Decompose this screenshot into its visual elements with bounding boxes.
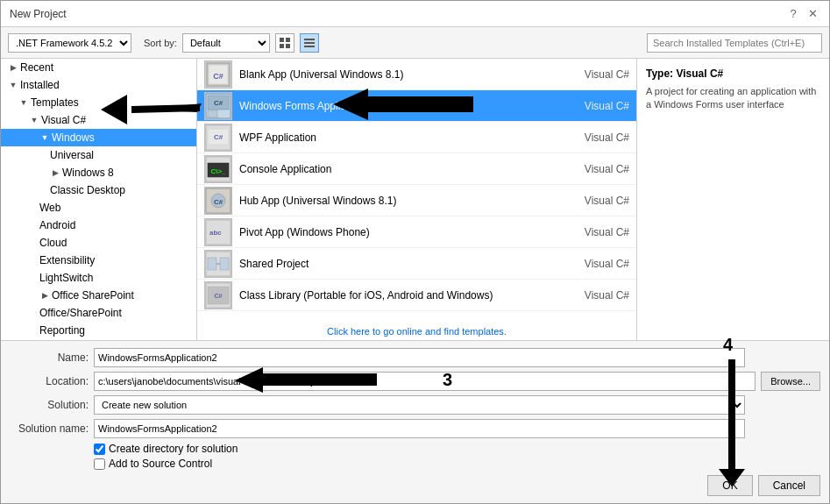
collapse-arrow-templates: ▼ — [18, 97, 29, 108]
class-lib-icon: C# — [204, 281, 232, 309]
sidebar-item-visual-csharp[interactable]: ▼ Visual C# — [1, 111, 196, 129]
svg-text:C#: C# — [214, 133, 223, 141]
ok-button[interactable]: OK — [707, 475, 752, 496]
template-lang-class-lib: Visual C# — [559, 289, 629, 302]
svg-rect-12 — [208, 110, 217, 117]
winforms-icon: C# — [204, 92, 232, 120]
template-lang-console: Visual C# — [559, 163, 629, 175]
sidebar-item-lightswitch[interactable]: LightSwitch — [1, 269, 196, 287]
type-label: Type: Visual C# — [646, 67, 820, 80]
name-label: Name: — [10, 351, 89, 364]
online-templates-link[interactable]: Click here to go online and find templat… — [197, 323, 636, 340]
console-icon: C\>_ — [204, 155, 232, 183]
sidebar-item-installed[interactable]: ▼ Installed — [1, 76, 196, 94]
create-directory-label: Create directory for solution — [109, 443, 238, 455]
template-item-hub-app[interactable]: C# Hub App (Universal Windows 8.1) Visua… — [197, 185, 636, 217]
sidebar-item-android[interactable]: Android — [1, 217, 196, 234]
solution-name-label: Solution name: — [10, 422, 89, 435]
sidebar-item-universal[interactable]: Universal — [1, 146, 196, 164]
grid-icon — [280, 38, 290, 48]
name-input[interactable] — [94, 348, 745, 367]
collapse-arrow-windows: ▼ — [39, 132, 50, 143]
template-name-pivot-app: Pivot App (Windows Phone) — [239, 226, 559, 238]
sidebar-item-cloud[interactable]: Cloud — [1, 234, 196, 252]
template-name-blank-app: Blank App (Universal Windows 8.1) — [239, 68, 559, 81]
source-control-label: Add to Source Control — [109, 458, 212, 470]
sidebar-item-office-sharepoint2[interactable]: Office/SharePoint — [1, 304, 196, 322]
template-name-winforms: Windows Forms Application — [239, 100, 559, 112]
cancel-button[interactable]: Cancel — [758, 475, 820, 496]
template-name-shared: Shared Project — [239, 258, 559, 270]
template-item-console[interactable]: C\>_ Console Application Visual C# — [197, 153, 636, 185]
svg-rect-26 — [208, 258, 216, 270]
svg-rect-4 — [304, 39, 315, 40]
project-options: Name: Location: Browse... Solution: Crea… — [1, 340, 829, 503]
svg-rect-0 — [280, 38, 284, 42]
collapse-arrow-office: ▶ — [39, 290, 50, 301]
template-name-wpf: WPF Application — [239, 131, 559, 144]
sort-dropdown[interactable]: Default — [182, 33, 270, 53]
svg-rect-2 — [280, 44, 284, 48]
title-bar: New Project — [10, 8, 67, 20]
list-view-button[interactable] — [300, 33, 319, 53]
framework-dropdown[interactable]: .NET Framework 4.5.2 — [8, 33, 131, 53]
svg-rect-1 — [286, 38, 290, 42]
sidebar-item-extensibility[interactable]: Extensibility — [1, 252, 196, 269]
sidebar-item-templates[interactable]: ▼ Templates — [1, 94, 196, 111]
sidebar-item-classic-desktop[interactable]: Classic Desktop — [1, 181, 196, 199]
svg-text:C\>_: C\>_ — [210, 167, 226, 175]
blank-app-icon: C# — [204, 60, 232, 89]
close-button[interactable]: ✕ — [805, 6, 820, 22]
sidebar-item-windows8[interactable]: ▶ Windows 8 — [1, 164, 196, 181]
solution-select[interactable]: Create new solution — [94, 395, 745, 415]
browse-button[interactable]: Browse... — [761, 372, 820, 391]
template-lang-pivot-app: Visual C# — [559, 226, 629, 238]
sidebar-item-recent[interactable]: ▶ Recent — [1, 59, 196, 76]
svg-rect-3 — [286, 44, 290, 48]
search-input[interactable] — [647, 33, 822, 53]
svg-text:C#: C# — [213, 72, 223, 81]
dialog-title: New Project — [10, 8, 67, 20]
location-input[interactable] — [94, 372, 756, 391]
create-directory-checkbox[interactable] — [94, 444, 105, 455]
help-button[interactable]: ? — [785, 6, 801, 22]
type-description: A project for creating an application wi… — [646, 85, 820, 112]
collapse-arrow-recent: ▶ — [8, 62, 18, 73]
collapse-arrow-vcsharp: ▼ — [29, 115, 39, 125]
framework-selector[interactable]: .NET Framework 4.5.2 — [8, 33, 131, 53]
svg-text:C#: C# — [214, 198, 223, 206]
template-item-winforms[interactable]: C# Windows Forms Application Visual C# — [197, 90, 636, 122]
source-control-checkbox[interactable] — [94, 458, 105, 470]
create-directory-row: Create directory for solution — [94, 443, 820, 455]
template-item-class-lib[interactable]: C# Class Library (Portable for iOS, Andr… — [197, 280, 636, 311]
template-item-wpf[interactable]: C# WPF Application Visual C# — [197, 122, 636, 153]
template-item-shared[interactable]: Shared Project Visual C# — [197, 248, 636, 280]
sidebar-item-office-sharepoint[interactable]: ▶ Office SharePoint — [1, 287, 196, 304]
svg-rect-27 — [220, 258, 229, 270]
sort-label: Sort by: — [144, 38, 177, 48]
svg-text:abc: abc — [209, 229, 222, 237]
template-list: C# Blank App (Universal Windows 8.1) Vis… — [197, 59, 636, 323]
pivot-app-icon: abc — [204, 218, 232, 246]
solution-label: Solution: — [10, 399, 89, 411]
collapse-arrow-win8: ▶ — [50, 167, 60, 178]
template-lang-hub-app: Visual C# — [559, 195, 629, 207]
template-name-console: Console Application — [239, 163, 559, 175]
template-item-pivot-app[interactable]: abc Pivot App (Windows Phone) Visual C# — [197, 217, 636, 248]
sidebar-item-web[interactable]: Web — [1, 199, 196, 217]
description-panel: Type: Visual C# A project for creating a… — [636, 59, 829, 340]
template-name-class-lib: Class Library (Portable for iOS, Android… — [239, 289, 559, 302]
list-icon — [304, 38, 315, 48]
wpf-icon: C# — [204, 124, 232, 152]
svg-rect-6 — [304, 46, 315, 47]
template-lang-winforms: Visual C# — [559, 100, 629, 112]
grid-view-button[interactable] — [275, 33, 294, 53]
solution-name-input[interactable] — [94, 419, 745, 438]
sidebar-item-reporting[interactable]: Reporting — [1, 322, 196, 339]
template-lang-blank-app: Visual C# — [559, 68, 629, 81]
sidebar-item-windows[interactable]: ▼ Windows — [1, 129, 196, 146]
template-tree: ▶ Recent ▼ Installed ▼ Templates ▼ Visua… — [1, 59, 197, 340]
template-item-blank-app[interactable]: C# Blank App (Universal Windows 8.1) Vis… — [197, 59, 636, 90]
hub-app-icon: C# — [204, 187, 232, 215]
template-list-panel: C# Blank App (Universal Windows 8.1) Vis… — [197, 59, 636, 340]
